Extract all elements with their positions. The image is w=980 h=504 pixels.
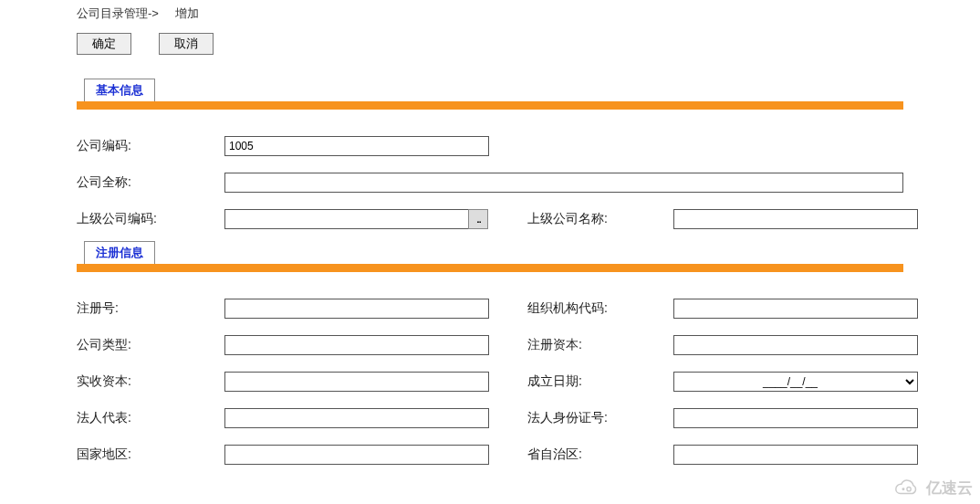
label-company-fullname: 公司全称: [77,174,224,191]
label-est-date: 成立日期: [527,373,673,390]
label-paid-capital: 实收资本: [77,373,224,390]
cancel-button[interactable]: 取消 [159,33,214,55]
section-reg-body: 注册号: 组织机构代码: 公司类型: 注册资本: 实收资本: 成立日期: ___… [77,290,903,473]
breadcrumb: 公司目录管理-> 增加 [77,5,903,22]
label-company-type: 公司类型: [77,337,224,353]
section-basic-body: 公司编码: 公司全称: 上级公司编码: ... 上级公司名称: [77,128,903,237]
input-company-code[interactable] [224,136,489,156]
label-province: 省自治区: [527,446,673,463]
input-country[interactable] [224,445,489,465]
section-basic-divider [77,101,903,110]
label-country: 国家地区: [77,446,224,463]
section-basic-header: 基本信息 [77,79,903,101]
section-reg-header: 注册信息 [77,241,903,264]
input-parent-code[interactable] [224,209,469,229]
label-company-code: 公司编码: [77,138,224,154]
input-paid-capital[interactable] [224,372,489,392]
label-parent-name: 上级公司名称: [527,211,673,227]
input-province[interactable] [673,445,918,465]
input-parent-name[interactable] [673,209,918,229]
label-parent-code: 上级公司编码: [77,211,224,227]
row-parent-code: 上级公司编码: ... 上级公司名称: [77,201,903,237]
section-reg-tab: 注册信息 [84,241,155,264]
input-legal-rep[interactable] [224,408,489,428]
input-reg-capital[interactable] [673,335,918,355]
input-org-code[interactable] [673,299,918,319]
input-company-type[interactable] [224,335,489,355]
row-company-code: 公司编码: [77,128,903,164]
row-company-fullname: 公司全称: [77,164,903,201]
label-legal-id: 法人身份证号: [527,410,673,426]
section-reg-divider [77,264,903,272]
label-legal-rep: 法人代表: [77,410,224,426]
select-est-date[interactable]: ____/__/__ [673,372,918,392]
section-basic-tab: 基本信息 [84,79,155,101]
input-reg-no[interactable] [224,299,489,319]
label-reg-capital: 注册资本: [527,337,673,353]
breadcrumb-path: 公司目录管理-> [77,6,159,20]
label-reg-no: 注册号: [77,300,224,317]
ellipsis-icon: ... [476,213,480,226]
input-legal-id[interactable] [673,408,918,428]
toolbar: 确定 取消 [77,33,903,55]
ok-button[interactable]: 确定 [77,33,131,55]
input-company-fullname[interactable] [224,173,903,193]
breadcrumb-action: 增加 [175,6,199,20]
label-org-code: 组织机构代码: [527,300,673,317]
lookup-parent-code-button[interactable]: ... [468,209,488,229]
